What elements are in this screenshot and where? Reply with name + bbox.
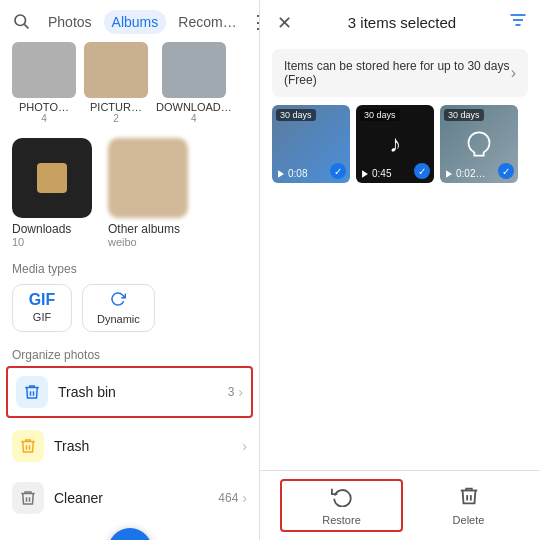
svg-marker-9 bbox=[446, 170, 452, 178]
delete-label: Delete bbox=[453, 514, 485, 526]
days-badge-3: 30 days bbox=[444, 109, 484, 121]
mini-album-label: PICTUR… bbox=[90, 101, 142, 113]
list-item-cleaner[interactable]: Cleaner 464 › bbox=[0, 472, 259, 524]
more-icon[interactable]: ⋮ bbox=[249, 11, 260, 33]
albums-mini-grid: PHOTO… 4 PICTUR… 2 DOWNLOAD… 4 bbox=[0, 40, 259, 130]
right-header: ✕ 3 items selected bbox=[260, 0, 540, 45]
restore-button[interactable]: Restore bbox=[280, 479, 403, 532]
svg-marker-7 bbox=[278, 170, 284, 178]
svg-line-1 bbox=[24, 24, 28, 28]
album-other[interactable]: Other albums weibo bbox=[108, 138, 188, 248]
cleaner-label: Cleaner bbox=[54, 490, 218, 506]
top-nav: Photos Albums Recom… ⋮ bbox=[0, 0, 259, 40]
restore-label: Restore bbox=[322, 514, 361, 526]
svg-marker-8 bbox=[362, 170, 368, 178]
trash-icon-bg bbox=[12, 430, 44, 462]
duration-2: 0:45 bbox=[360, 168, 391, 179]
svg-point-0 bbox=[15, 15, 26, 26]
trash-chevron: › bbox=[242, 438, 247, 454]
banner-arrow-icon: › bbox=[511, 64, 516, 82]
media-types-title: Media types bbox=[0, 252, 259, 280]
close-button[interactable]: ✕ bbox=[272, 12, 296, 34]
search-icon[interactable] bbox=[12, 12, 30, 32]
mini-album-label: DOWNLOAD… bbox=[156, 101, 232, 113]
album-mini-item[interactable]: DOWNLOAD… 4 bbox=[156, 42, 232, 124]
tab-photos[interactable]: Photos bbox=[40, 10, 100, 34]
gif-icon: GIF bbox=[29, 291, 56, 309]
album-mini-item[interactable]: PICTUR… 2 bbox=[84, 42, 148, 124]
cleaner-chevron: › bbox=[242, 490, 247, 506]
duration-3: 0:02… bbox=[444, 168, 485, 179]
days-badge-2: 30 days bbox=[360, 109, 400, 121]
trashbin-count: 3 bbox=[228, 385, 235, 399]
restore-icon bbox=[331, 485, 353, 512]
media-types-row: GIF GIF Dynamic bbox=[0, 280, 259, 340]
right-panel-title: 3 items selected bbox=[306, 14, 498, 31]
album-count: 10 bbox=[12, 236, 24, 248]
trash-label: Trash bbox=[54, 438, 242, 454]
delete-button[interactable]: Delete bbox=[409, 479, 528, 532]
organize-title: Organize photos bbox=[0, 340, 259, 366]
thumb-row: 30 days 0:08 ✓ 30 days ♪ 0:45 ✓ 30 days bbox=[260, 105, 540, 191]
mini-album-count: 2 bbox=[113, 113, 119, 124]
check-badge-3: ✓ bbox=[498, 163, 514, 179]
media-chip-dynamic[interactable]: Dynamic bbox=[82, 284, 155, 332]
check-badge-1: ✓ bbox=[330, 163, 346, 179]
tab-recom[interactable]: Recom… bbox=[170, 10, 244, 34]
banner-text: Items can be stored here for up to 30 da… bbox=[284, 59, 511, 87]
tab-albums[interactable]: Albums bbox=[104, 10, 167, 34]
trashbin-icon-bg bbox=[16, 376, 48, 408]
left-panel: Photos Albums Recom… ⋮ PHOTO… 4 PICTUR… … bbox=[0, 0, 260, 540]
info-banner[interactable]: Items can be stored here for up to 30 da… bbox=[272, 49, 528, 97]
duration-1: 0:08 bbox=[276, 168, 307, 179]
trashbin-chevron: › bbox=[238, 384, 243, 400]
list-item-trashbin[interactable]: Trash bin 3 › bbox=[6, 366, 253, 418]
delete-icon bbox=[458, 485, 480, 512]
album-title: Downloads bbox=[12, 222, 71, 236]
media-chip-gif[interactable]: GIF GIF bbox=[12, 284, 72, 332]
dynamic-icon bbox=[110, 291, 126, 311]
list-item-trash[interactable]: Trash › bbox=[0, 420, 259, 472]
cleaner-icon-bg bbox=[12, 482, 44, 514]
filter-icon[interactable] bbox=[508, 10, 528, 35]
mini-album-count: 4 bbox=[191, 113, 197, 124]
right-panel: ✕ 3 items selected Items can be stored h… bbox=[260, 0, 540, 540]
check-badge-2: ✓ bbox=[414, 163, 430, 179]
fab-icon: + bbox=[122, 535, 137, 541]
bottom-toolbar: Restore Delete bbox=[260, 470, 540, 540]
gif-label: GIF bbox=[33, 311, 51, 323]
days-badge-1: 30 days bbox=[276, 109, 316, 121]
thumb-item-1[interactable]: 30 days 0:08 ✓ bbox=[272, 105, 350, 183]
thumb-item-3[interactable]: 30 days 0:02… ✓ bbox=[440, 105, 518, 183]
thumb-item-2[interactable]: 30 days ♪ 0:45 ✓ bbox=[356, 105, 434, 183]
album-downloads[interactable]: Downloads 10 bbox=[12, 138, 92, 248]
trashbin-label: Trash bin bbox=[58, 384, 228, 400]
album-sub: weibo bbox=[108, 236, 137, 248]
mini-album-label: PHOTO… bbox=[19, 101, 69, 113]
cleaner-count: 464 bbox=[218, 491, 238, 505]
albums-row: Downloads 10 Other albums weibo bbox=[0, 130, 259, 252]
fab-button[interactable]: + bbox=[108, 528, 152, 540]
mini-album-count: 4 bbox=[41, 113, 47, 124]
album-title: Other albums bbox=[108, 222, 180, 236]
dynamic-label: Dynamic bbox=[97, 313, 140, 325]
album-mini-item[interactable]: PHOTO… 4 bbox=[12, 42, 76, 124]
